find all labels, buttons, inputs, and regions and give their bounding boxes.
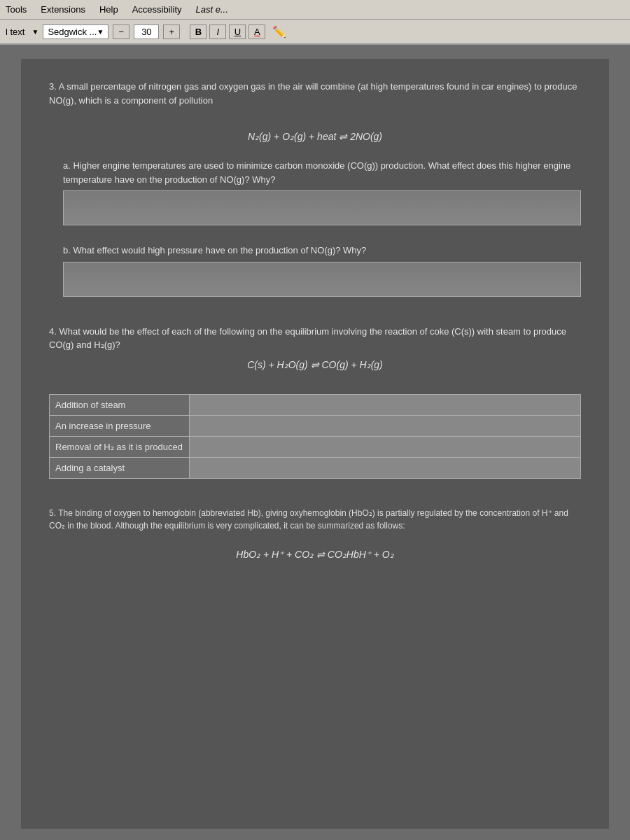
question-3b-answer-box[interactable] — [63, 262, 581, 297]
menu-last-e[interactable]: Last e... — [196, 4, 228, 15]
font-dropdown-arrow: ▼ — [97, 28, 104, 36]
menu-help[interactable]: Help — [99, 4, 118, 15]
question-3-intro: 3. A small percentage of nitrogen gas an… — [49, 80, 581, 107]
question-4-block: 4. What would be the effect of each of t… — [49, 325, 581, 479]
question-3a-text: a. Higher engine temperatures are used t… — [63, 159, 581, 186]
font-selector[interactable]: Sedgwick ... ▼ — [43, 24, 108, 39]
question-3b-block: b. What effect would high pressure have … — [63, 244, 581, 297]
font-size-display: 30 — [134, 24, 159, 39]
question-4-equation: C(s) + H₂O(g) ⇌ CO(g) + H₂(g) — [49, 359, 581, 370]
toolbar-text-label: l text — [6, 27, 24, 37]
text-format-group: B I U A — [190, 24, 265, 39]
table-row: Adding a catalyst — [50, 457, 581, 478]
row-answer-catalyst[interactable] — [190, 457, 581, 478]
menu-extensions[interactable]: Extensions — [41, 4, 85, 15]
question-4-intro: 4. What would be the effect of each of t… — [49, 325, 581, 352]
row-answer-pressure[interactable] — [190, 415, 581, 436]
row-label-removal: Removal of H₂ as it is produced — [50, 436, 190, 457]
font-name: Sedgwick ... — [48, 27, 97, 37]
question-3a-answer-box[interactable] — [63, 190, 581, 225]
row-label-pressure: An increase in pressure — [50, 415, 190, 436]
toolbar: l text ▼ Sedgwick ... ▼ − 30 + B I U A ✏… — [0, 20, 630, 45]
table-row: Addition of steam — [50, 394, 581, 415]
row-label-steam: Addition of steam — [50, 394, 190, 415]
menu-accessibility[interactable]: Accessibility — [132, 4, 182, 15]
main-content: 3. A small percentage of nitrogen gas an… — [0, 45, 630, 840]
row-answer-steam[interactable] — [190, 394, 581, 415]
question-3-equation: N₂(g) + O₂(g) + heat ⇌ 2NO(g) — [49, 131, 581, 142]
menu-tools[interactable]: Tools — [6, 4, 27, 15]
question-5-equation: HbO₂ + H⁺ + CO₂ ⇌ CO₂HbH⁺ + O₂ — [49, 549, 581, 560]
row-answer-removal[interactable] — [190, 436, 581, 457]
font-color-button[interactable]: A — [248, 24, 265, 39]
font-size-increase-button[interactable]: + — [163, 24, 180, 39]
font-size-decrease-button[interactable]: − — [113, 24, 130, 39]
question-5-block: 5. The binding of oxygen to hemoglobin (… — [49, 507, 581, 560]
menu-bar: Tools Extensions Help Accessibility Last… — [0, 0, 630, 20]
document-area: 3. A small percentage of nitrogen gas an… — [21, 59, 609, 829]
table-row: Removal of H₂ as it is produced — [50, 436, 581, 457]
italic-button[interactable]: I — [209, 24, 226, 39]
underline-button[interactable]: U — [229, 24, 246, 39]
effect-table: Addition of steam An increase in pressur… — [49, 394, 581, 479]
question-5-intro: 5. The binding of oxygen to hemoglobin (… — [49, 507, 581, 532]
question-3b-text: b. What effect would high pressure have … — [63, 244, 581, 258]
question-3-block: 3. A small percentage of nitrogen gas an… — [49, 80, 581, 297]
pencil-icon[interactable]: ✏️ — [272, 25, 286, 38]
table-row: An increase in pressure — [50, 415, 581, 436]
bold-button[interactable]: B — [190, 24, 206, 39]
text-dropdown-arrow[interactable]: ▼ — [31, 28, 38, 36]
row-label-catalyst: Adding a catalyst — [50, 457, 190, 478]
question-3a-block: a. Higher engine temperatures are used t… — [63, 159, 581, 225]
